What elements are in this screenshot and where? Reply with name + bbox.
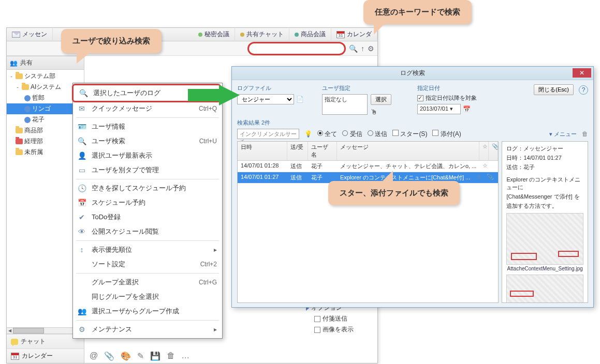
trash-icon[interactable]: 🗑 xyxy=(582,130,588,138)
calendar-icon xyxy=(11,353,19,360)
filter-star[interactable]: スター(S) xyxy=(392,130,427,139)
person-icon xyxy=(24,106,31,112)
incremental-search-input[interactable]: インクリメンタルサーチ xyxy=(237,129,299,139)
person-icon xyxy=(24,117,31,123)
attach-icon[interactable]: 📎 xyxy=(104,351,114,361)
pointer-icon: 🖱 xyxy=(371,108,391,116)
folder-icon xyxy=(16,128,23,133)
ctx-maintenance[interactable]: ⚙メンテナンス▸ xyxy=(73,322,222,337)
col-sr[interactable]: 送/受 xyxy=(287,142,308,160)
attach-icon[interactable]: 📎 xyxy=(482,172,498,183)
ctx-user-info[interactable]: 🪪ユーザ情報 xyxy=(73,119,222,134)
ctx-group-all[interactable]: グループ全選択Ctrl+G xyxy=(73,275,222,290)
menu-dropdown[interactable]: ▾ メニュー xyxy=(549,130,577,138)
up-arrow-icon[interactable]: ↑ xyxy=(361,44,364,53)
ctx-todo[interactable]: ✔ToDo登録 xyxy=(73,210,222,224)
callout-star-attach: スター、添付ファイルでも検索 xyxy=(328,181,460,205)
tree-system[interactable]: -システム部 xyxy=(7,71,84,82)
attachment-thumbnail[interactable] xyxy=(506,275,583,303)
close-button[interactable]: ✕ xyxy=(573,68,591,78)
star-icon[interactable]: ☆ xyxy=(473,172,482,183)
bulb-icon[interactable]: 💡 xyxy=(304,130,312,138)
group-icon: 👥 xyxy=(77,307,86,315)
ctx-same-group[interactable]: 同じグループを全選択 xyxy=(73,290,222,304)
save-icon[interactable]: 💾 xyxy=(150,351,160,361)
star-icon[interactable]: ☆ xyxy=(479,161,489,172)
callout-keyword-search: 任意のキーワードで検索 xyxy=(363,0,472,24)
eye-icon: 👁 xyxy=(77,228,86,236)
calendar-picker-icon[interactable]: 📅 xyxy=(463,105,471,113)
table-row[interactable]: 14/07/01 01:28 送信 花子 メッセンジャー、チャット、テレビ会議、… xyxy=(238,161,498,172)
sort-icon: ↕ xyxy=(77,246,86,254)
tab-shared-chat[interactable]: 共有チャット xyxy=(235,28,289,40)
clock-search-icon: 🕓 xyxy=(77,184,86,192)
col-datetime[interactable]: 日時 xyxy=(238,142,287,160)
tab-product[interactable]: 商品会議 xyxy=(289,28,331,40)
ctx-schedule[interactable]: 📅スケジュール予約 xyxy=(73,195,222,210)
col-attach[interactable]: 📎 xyxy=(489,142,498,160)
sidebar-header-shared[interactable]: 👥共有 xyxy=(7,56,84,70)
detail-pane: ログ：メッセンジャー 日時：14/07/01 01:27 送信：花子 Explo… xyxy=(502,141,588,303)
page-icon[interactable]: 📄 xyxy=(296,96,304,103)
help-icon[interactable]: ? xyxy=(579,85,588,95)
person-icon: 👤 xyxy=(77,151,86,160)
folder-icon xyxy=(16,139,23,144)
palette-icon[interactable]: 🎨 xyxy=(121,351,131,361)
detail-body: Explorer のコンテキストメニューに xyxy=(506,176,583,191)
close-esc-button[interactable]: 閉じる(Esc) xyxy=(534,84,574,95)
ctx-find-schedule[interactable]: 🕓空きを探してスケジュール予約 xyxy=(73,181,222,195)
filter-all[interactable]: 全て xyxy=(317,130,337,139)
user-input[interactable]: 指定なし xyxy=(322,94,368,115)
col-msg[interactable]: メッセージ xyxy=(337,142,479,160)
date-checkbox[interactable]: 指定日付以降を対象 xyxy=(417,94,495,102)
message-icon: ✉ xyxy=(77,104,86,113)
filter-attach[interactable]: 添付(A) xyxy=(432,130,461,139)
callout-filter-by-user: ユーザで絞り込み検索 xyxy=(61,29,162,53)
select-user-button[interactable]: 選択 xyxy=(371,94,391,105)
filter-row: インクリメンタルサーチ 💡 全て 受信 送信 スター(S) 添付(A) ▾ メニ… xyxy=(237,129,588,139)
search-icon: 🔍 xyxy=(77,137,86,145)
bullet-icon xyxy=(198,33,202,37)
detail-datetime: 日時：14/07/01 01:27 xyxy=(506,154,583,162)
bullet-icon xyxy=(295,33,299,37)
opt-fusen[interactable]: 付箋送信 xyxy=(306,313,368,324)
tab-secret[interactable]: 秘密会議 xyxy=(193,28,235,40)
person-icon xyxy=(24,95,31,101)
ctx-user-search[interactable]: 🔍ユーザ検索Ctrl+U xyxy=(73,134,222,148)
filter-send[interactable]: 送信 xyxy=(368,130,387,139)
more-icon[interactable]: … xyxy=(181,351,189,361)
check-icon: ✔ xyxy=(77,213,86,221)
col-star[interactable]: ☆ xyxy=(479,142,489,160)
ctx-recent[interactable]: 👤選択ユーザ最新表示 xyxy=(73,148,222,163)
attachment-thumbnail[interactable] xyxy=(506,213,583,265)
tab-icon: ▭ xyxy=(77,166,86,174)
checkbox-icon xyxy=(314,327,320,333)
mention-icon[interactable]: @ xyxy=(90,351,98,361)
trash-icon[interactable]: 🗑 xyxy=(167,351,175,361)
search-icon[interactable]: 🔍 xyxy=(349,44,358,53)
edit-icon[interactable]: ✎ xyxy=(137,351,144,361)
opt-image[interactable]: 画像を表示 xyxy=(306,324,368,335)
detail-from: 送信：花子 xyxy=(506,163,583,171)
date-label: 指定日付 xyxy=(417,84,495,92)
checkbox-icon xyxy=(314,316,320,322)
gear-icon[interactable]: ⚙ xyxy=(368,44,374,53)
col-user[interactable]: ユーザ名 xyxy=(308,142,337,160)
date-input[interactable]: 2013/07/01 ▾ xyxy=(417,104,461,114)
gear-icon: ⚙ xyxy=(77,325,86,333)
logfile-select[interactable]: センジャー xyxy=(237,94,294,104)
folder-icon xyxy=(16,73,23,79)
keyword-search-input[interactable] xyxy=(247,42,346,55)
tab-messenger[interactable]: メッセン xyxy=(7,28,53,40)
filter-recv[interactable]: 受信 xyxy=(342,130,362,139)
calendar-icon xyxy=(336,31,345,38)
ctx-create-group[interactable]: 👥選択ユーザからグループ作成 xyxy=(73,304,222,318)
ctx-sort[interactable]: ソート設定Ctrl+2 xyxy=(73,257,222,271)
compose-toolbar: @ 📎 🎨 ✎ 💾 🗑 … xyxy=(90,351,189,361)
ctx-manage-tab[interactable]: ▭ユーザを別タブで管理 xyxy=(73,163,222,177)
sidebar-tab-calendar[interactable]: カレンダー xyxy=(7,348,84,363)
tab-calendar[interactable]: カレンダ xyxy=(331,28,377,40)
ctx-public-schedule[interactable]: 👁公開スケジュール閲覧 xyxy=(73,224,222,239)
folder-icon xyxy=(22,84,29,90)
ctx-priority[interactable]: ↕表示優先順位▸ xyxy=(73,242,222,257)
